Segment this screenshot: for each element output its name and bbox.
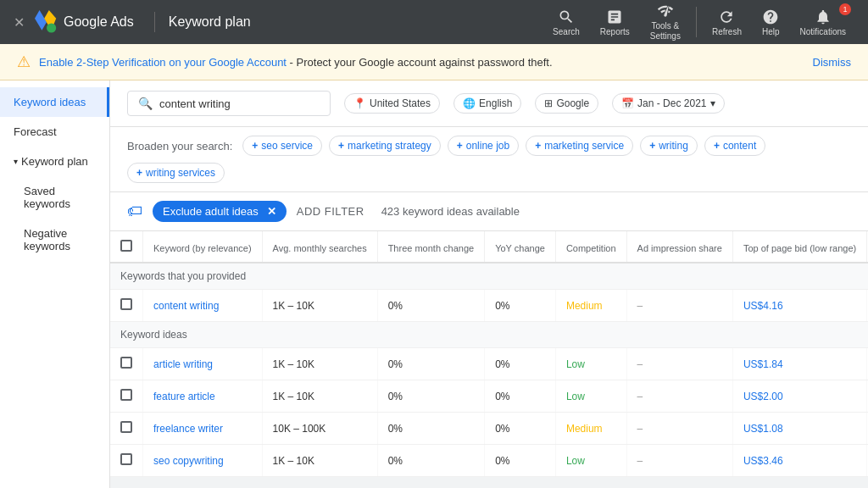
broaden-bar: Broaden your search: +seo service +marke… xyxy=(110,127,868,192)
sidebar-item-keyword-ideas[interactable]: Keyword ideas xyxy=(0,87,109,117)
ad-share-cell: – xyxy=(626,380,732,413)
avg-monthly-cell: 1K – 10K xyxy=(262,380,377,413)
keywords-table-wrap: Keyword (by relevance) Avg. monthly sear… xyxy=(110,231,868,477)
broaden-label: Broaden your search: xyxy=(127,140,232,152)
avg-monthly-cell: 10K – 100K xyxy=(262,413,377,445)
ad-share-cell: – xyxy=(626,290,732,322)
bid-low-cell: US$4.16 xyxy=(732,290,866,322)
three-month-cell: 0% xyxy=(377,413,485,445)
search-input-wrap[interactable]: 🔍 xyxy=(127,91,331,116)
exclude-adult-remove-button[interactable]: ✕ xyxy=(267,205,276,218)
add-filter-button[interactable]: ADD FILTER xyxy=(297,205,364,218)
suggest-chip-6[interactable]: +writing services xyxy=(127,163,225,183)
keyword-cell: article writing xyxy=(143,348,263,380)
table-row: feature article 1K – 10K 0% 0% Low – US$… xyxy=(110,380,868,413)
row-checkbox[interactable] xyxy=(110,413,143,445)
nav-icon-divider xyxy=(696,7,697,37)
language-filter[interactable]: 🌐 English xyxy=(453,93,521,114)
row-checkbox[interactable] xyxy=(110,348,143,380)
language-label: English xyxy=(479,97,512,109)
table-row: freelance writer 10K – 100K 0% 0% Medium… xyxy=(110,413,868,445)
tools-nav-button[interactable]: Tools &Settings xyxy=(642,0,689,45)
top-nav: ✕ Google Ads Keyword plan Search Reports… xyxy=(0,0,868,44)
nav-divider xyxy=(154,12,155,32)
sidebar-keyword-plan-label: Keyword plan xyxy=(21,155,88,168)
bid-low-cell: US$3.46 xyxy=(732,445,866,477)
competition-cell: Medium xyxy=(555,290,626,322)
dismiss-button[interactable]: Dismiss xyxy=(813,56,852,69)
row-checkbox[interactable] xyxy=(110,380,143,413)
suggest-chip-4[interactable]: +writing xyxy=(640,136,698,156)
search-input[interactable] xyxy=(159,97,320,110)
row-checkbox[interactable] xyxy=(110,290,143,322)
ideas-count: 423 keyword ideas available xyxy=(381,205,520,218)
search-engine-filter[interactable]: ⊞ Google xyxy=(535,93,598,114)
location-icon: 📍 xyxy=(353,97,366,109)
sidebar: Keyword ideas Forecast ▾ Keyword plan Sa… xyxy=(0,80,110,488)
th-three-month: Three month change xyxy=(377,231,485,263)
suggest-chip-3[interactable]: +marketing service xyxy=(526,136,633,156)
logo: Google Ads xyxy=(35,10,141,34)
table-row: seo copywriting 1K – 10K 0% 0% Low – US$… xyxy=(110,445,868,477)
search-icon: 🔍 xyxy=(138,97,153,110)
three-month-cell: 0% xyxy=(377,348,485,380)
keyword-cell: content writing xyxy=(143,290,263,322)
bid-low-cell: US$1.84 xyxy=(732,348,866,380)
table-row: content writing 1K – 10K 0% 0% Medium – … xyxy=(110,290,868,322)
notifications-nav-label: Notifications xyxy=(800,27,846,36)
th-avg-monthly: Avg. monthly searches xyxy=(262,231,377,263)
notifications-nav-button[interactable]: 1 Notifications xyxy=(792,5,854,40)
th-keyword: Keyword (by relevance) xyxy=(143,231,263,263)
reports-nav-label: Reports xyxy=(600,27,630,36)
banner-text-plain: - Protect your Google account against pa… xyxy=(290,56,553,69)
reports-nav-button[interactable]: Reports xyxy=(592,5,638,40)
warning-icon: ⚠ xyxy=(17,53,31,71)
calendar-icon: 📅 xyxy=(621,97,634,109)
three-month-cell: 0% xyxy=(377,290,485,322)
date-range-arrow: ▾ xyxy=(710,97,715,109)
yoy-cell: 0% xyxy=(485,445,556,477)
suggest-chip-5[interactable]: +content xyxy=(704,136,765,156)
avg-monthly-cell: 1K – 10K xyxy=(262,445,377,477)
exclude-adult-chip[interactable]: Exclude adult ideas ✕ xyxy=(153,201,287,222)
refresh-nav-button[interactable]: Refresh xyxy=(704,5,750,40)
yoy-cell: 0% xyxy=(485,380,556,413)
ad-share-cell: – xyxy=(626,348,732,380)
help-nav-label: Help xyxy=(762,27,780,36)
date-range-filter[interactable]: 📅 Jan - Dec 2021 ▾ xyxy=(612,93,724,114)
location-filter[interactable]: 📍 United States xyxy=(344,93,440,114)
th-top-bid-low: Top of page bid (low range) xyxy=(732,231,866,263)
yoy-cell: 0% xyxy=(485,348,556,380)
search-engine-icon: ⊞ xyxy=(544,97,553,109)
search-nav-button[interactable]: Search xyxy=(544,5,588,40)
tools-nav-label: Tools &Settings xyxy=(650,21,681,42)
competition-cell: Medium xyxy=(555,413,626,445)
exclude-adult-label: Exclude adult ideas xyxy=(163,205,259,218)
suggest-chip-2[interactable]: +online job xyxy=(448,136,519,156)
help-nav-button[interactable]: Help xyxy=(754,5,788,40)
close-button[interactable]: ✕ xyxy=(14,14,25,30)
avg-monthly-cell: 1K – 10K xyxy=(262,348,377,380)
svg-point-2 xyxy=(47,23,56,32)
suggest-chip-1[interactable]: +marketing strategy xyxy=(329,136,441,156)
row-checkbox[interactable] xyxy=(110,445,143,477)
notification-badge: 1 xyxy=(839,3,851,15)
section-header-provided-label: Keywords that you provided xyxy=(110,263,868,290)
th-yoy: YoY change xyxy=(485,231,556,263)
keyword-cell: freelance writer xyxy=(143,413,263,445)
sidebar-item-saved-keywords[interactable]: Saved keywords xyxy=(0,176,109,219)
page-title: Keyword plan xyxy=(169,14,251,30)
sidebar-item-keyword-plan[interactable]: ▾ Keyword plan xyxy=(0,147,109,176)
sidebar-item-forecast[interactable]: Forecast xyxy=(0,117,109,147)
keyword-icon: 🏷 xyxy=(127,202,142,220)
language-icon: 🌐 xyxy=(463,97,476,109)
refresh-nav-label: Refresh xyxy=(712,27,742,36)
section-header-ideas: Keyword ideas xyxy=(110,322,868,348)
competition-cell: Low xyxy=(555,348,626,380)
search-bar: 🔍 📍 United States 🌐 English ⊞ Google 📅 J… xyxy=(110,80,868,127)
chevron-down-icon: ▾ xyxy=(14,157,18,166)
suggest-chip-0[interactable]: +seo service xyxy=(242,136,322,156)
sidebar-item-negative-keywords[interactable]: Negative keywords xyxy=(0,219,109,261)
th-checkbox[interactable] xyxy=(110,231,143,263)
bid-low-cell: US$1.08 xyxy=(732,413,866,445)
